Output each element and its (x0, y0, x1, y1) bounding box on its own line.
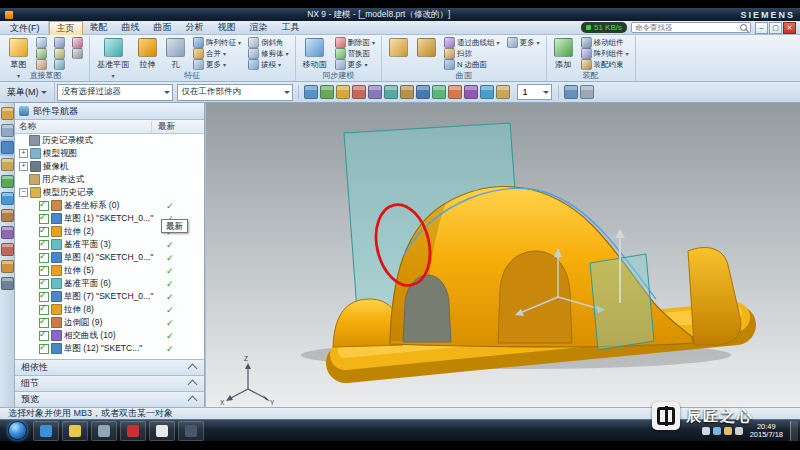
ribbon-button[interactable]: 更多 (191, 59, 243, 70)
row-checkbox[interactable] (39, 253, 49, 263)
ribbon-tab[interactable]: 曲面 (147, 21, 179, 35)
ribbon-button[interactable] (52, 48, 67, 59)
taskbar-app-button[interactable] (178, 421, 204, 441)
resource-bar-icon[interactable] (1, 243, 14, 256)
ribbon-button[interactable] (52, 59, 67, 70)
ribbon-group-label[interactable]: 曲面 (386, 71, 542, 81)
toolbar-icon[interactable] (416, 85, 430, 99)
ribbon-tab[interactable]: 视图 (211, 21, 243, 35)
tree-row[interactable]: 基准平面 (6) (15, 277, 204, 290)
doc-restore-button[interactable]: ▢ (769, 22, 782, 34)
command-finder-input[interactable] (631, 22, 751, 33)
taskbar-app-button[interactable] (33, 421, 59, 441)
ribbon-button[interactable] (70, 48, 85, 59)
file-menu[interactable]: 文件(F) (2, 21, 49, 35)
tree-row[interactable]: 草图 (4) "SKETCH_0..." (15, 251, 204, 264)
show-desktop-button[interactable] (790, 421, 798, 441)
menu-button[interactable]: 菜单(M) (0, 82, 55, 102)
selection-filter-dropdown[interactable]: 没有选择过滤器 (57, 84, 173, 101)
navigator-section-header[interactable]: 预览 (15, 391, 204, 407)
ribbon-button[interactable] (52, 37, 67, 48)
resource-bar-icon[interactable] (1, 192, 14, 205)
toolbar-icon[interactable] (432, 85, 446, 99)
ribbon-button[interactable] (414, 37, 439, 71)
navigator-section-header[interactable]: 相依性 (15, 359, 204, 375)
tree-row[interactable]: 摄像机 (15, 160, 204, 173)
resource-bar-icon[interactable] (1, 158, 14, 171)
ribbon-button[interactable]: 阵列特征 (191, 37, 243, 48)
tree-row[interactable]: 草图 (12) "SKETC..." (15, 342, 204, 355)
ribbon-button[interactable]: 更多 (333, 59, 378, 70)
ribbon-button[interactable]: 装配约束 (579, 59, 631, 70)
ribbon-button[interactable] (70, 37, 85, 48)
ribbon-tab[interactable]: 渲染 (243, 21, 275, 35)
ribbon-tab[interactable]: 装配 (83, 21, 115, 35)
taskbar-app-button[interactable] (62, 421, 88, 441)
selection-scope-dropdown[interactable]: 仅在工作部件内 (177, 84, 293, 101)
ribbon-button[interactable] (34, 37, 49, 48)
ribbon-button[interactable]: 替换面 (333, 48, 378, 59)
ribbon-button[interactable] (34, 48, 49, 59)
row-checkbox[interactable] (39, 331, 49, 341)
column-name[interactable]: 名称 (15, 121, 152, 133)
ribbon-tab[interactable]: 主页 (49, 21, 83, 35)
column-status[interactable]: 最新 (152, 121, 204, 133)
ribbon-tab[interactable]: 分析 (179, 21, 211, 35)
resource-bar-icon[interactable] (1, 260, 14, 273)
tree-row[interactable]: 拉伸 (8) (15, 303, 204, 316)
expander-icon[interactable] (19, 162, 28, 171)
toolbar-icon[interactable] (496, 85, 510, 99)
ribbon-button[interactable]: 基准平面 (94, 37, 132, 73)
datum-plane-small[interactable] (590, 254, 654, 350)
tree-row[interactable]: 基准坐标系 (0) (15, 199, 204, 212)
taskbar-app-button[interactable] (120, 421, 146, 441)
row-checkbox[interactable] (39, 240, 49, 250)
ribbon-button[interactable]: 添加 (551, 37, 576, 71)
toolbar-icon[interactable] (368, 85, 382, 99)
resource-bar-icon[interactable] (1, 277, 14, 290)
toolbar-icon[interactable] (336, 85, 350, 99)
start-button[interactable] (8, 421, 27, 440)
doc-minimize-button[interactable]: ‒ (755, 22, 768, 34)
toolbar-icon[interactable] (448, 85, 462, 99)
ribbon-button[interactable] (34, 59, 49, 70)
row-checkbox[interactable] (39, 344, 49, 354)
ribbon-button[interactable]: 通过曲线组 (442, 37, 502, 48)
row-checkbox[interactable] (39, 305, 49, 315)
ribbon-tab[interactable]: 工具 (275, 21, 307, 35)
taskbar-app-button[interactable] (149, 421, 175, 441)
navigator-section-header[interactable]: 细节 (15, 375, 204, 391)
viewport-3d[interactable]: Z X Y (206, 103, 800, 407)
resource-bar-icon[interactable] (1, 226, 14, 239)
toolbar-icon[interactable] (464, 85, 478, 99)
ribbon-group-label[interactable]: 装配 (551, 71, 631, 81)
ribbon-button[interactable]: N 边曲面 (442, 59, 502, 70)
tree-row[interactable]: 模型视图 (15, 147, 204, 160)
scale-combo[interactable]: 1 (517, 84, 552, 100)
row-checkbox[interactable] (39, 266, 49, 276)
tree-row[interactable]: 模型历史记录 (15, 186, 204, 199)
ribbon-group-label[interactable]: 特征 (94, 71, 291, 81)
ribbon-button[interactable]: 草图 (6, 37, 31, 73)
toolbar-icon[interactable] (304, 85, 318, 99)
row-checkbox[interactable] (39, 279, 49, 289)
ribbon-button[interactable]: 阵列组件 (579, 48, 631, 59)
expander-icon[interactable] (19, 149, 28, 158)
ribbon-button[interactable]: 更多 (505, 37, 542, 48)
ribbon-button[interactable]: 扫掠 (442, 48, 502, 59)
expander-icon[interactable] (19, 188, 28, 197)
row-checkbox[interactable] (39, 227, 49, 237)
tree-row[interactable]: 边倒圆 (9) (15, 316, 204, 329)
resource-bar-icon[interactable] (1, 124, 14, 137)
ribbon-button[interactable]: 移动组件 (579, 37, 631, 48)
ribbon-group-label[interactable]: 直接草图 (6, 71, 85, 81)
netspeed-badge[interactable]: 51 KB/s (581, 22, 627, 33)
tree-row[interactable]: 拉伸 (5) (15, 264, 204, 277)
ribbon-button[interactable]: 移动面 (300, 37, 330, 71)
part-navigator-header[interactable]: 部件导航器 (15, 103, 204, 120)
ribbon-button[interactable]: 删除面 (333, 37, 378, 48)
tree-row[interactable]: 基准平面 (3) (15, 238, 204, 251)
toolbar-icon[interactable] (564, 85, 578, 99)
tree-row[interactable]: 用户表达式 (15, 173, 204, 186)
tree-row[interactable]: 历史记录模式 (15, 134, 204, 147)
